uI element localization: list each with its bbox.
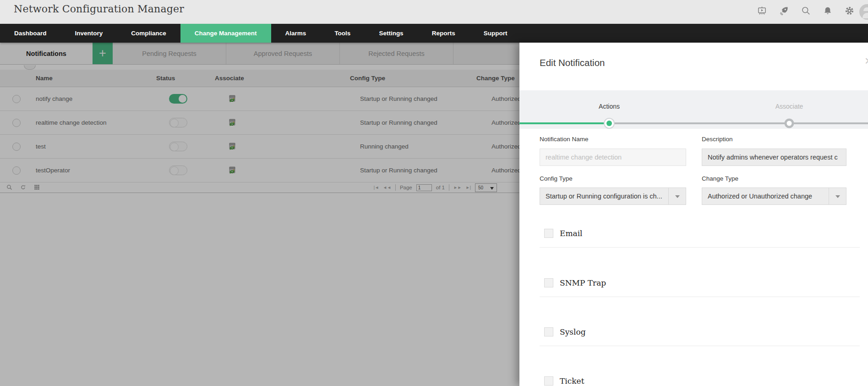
step-associate-label[interactable]: Associate — [775, 103, 803, 110]
row-name[interactable]: testOperator — [36, 159, 70, 182]
presentation-icon[interactable] — [757, 6, 767, 16]
column-header-associate[interactable]: Associate — [215, 70, 244, 87]
device-sync-icon[interactable] — [228, 143, 236, 151]
gear-icon[interactable] — [845, 6, 854, 16]
collapse-handle[interactable] — [24, 65, 36, 70]
app-header: Network Configuration Manager — [0, 0, 868, 24]
section-email: Email — [519, 229, 868, 240]
status-toggle[interactable] — [169, 94, 187, 104]
status-toggle[interactable] — [169, 118, 187, 127]
syslog-label: Syslog — [560, 327, 586, 336]
dropdown-arrow-icon — [829, 188, 846, 204]
table-row[interactable]: test Running changed Authorized — [0, 135, 519, 159]
nav-tab-inventory[interactable]: Inventory — [61, 24, 117, 43]
avatar[interactable] — [859, 4, 868, 20]
subtab-rejected-requests[interactable]: Rejected Requests — [340, 43, 453, 64]
page-number-input[interactable] — [416, 184, 432, 191]
step-associate-dot[interactable] — [785, 119, 794, 128]
table-header: Name Status Associate Config Type Change… — [0, 70, 519, 87]
close-icon[interactable]: × — [865, 55, 868, 67]
status-toggle[interactable] — [169, 165, 187, 175]
table-row[interactable]: testOperator Startup or Running changed … — [0, 159, 519, 182]
bell-icon[interactable] — [823, 6, 832, 16]
section-divider — [540, 297, 860, 297]
first-page-icon[interactable]: |◄ — [374, 185, 379, 190]
grid-icon[interactable] — [34, 184, 40, 192]
change-type-label: Change Type — [702, 175, 738, 182]
row-radio[interactable] — [12, 95, 21, 103]
header-icons — [757, 6, 854, 16]
nav-tab-tools[interactable]: Tools — [320, 24, 365, 43]
step-actions-label[interactable]: Actions — [599, 103, 620, 110]
column-header-change-type[interactable]: Change Type — [476, 70, 515, 87]
column-header-config-type[interactable]: Config Type — [350, 70, 385, 87]
subtab-approved-requests[interactable]: Approved Requests — [226, 43, 340, 64]
section-snmp-trap: SNMP Trap — [519, 278, 868, 289]
config-type-cell: Startup or Running changed — [360, 87, 437, 111]
change-type-cell: Authorized — [491, 135, 519, 159]
page-label: Page — [400, 185, 412, 190]
table-row[interactable]: notify change Startup or Running changed… — [0, 87, 519, 111]
email-checkbox[interactable] — [544, 229, 553, 238]
table-tools — [6, 184, 40, 192]
status-toggle[interactable] — [169, 142, 187, 151]
change-type-dropdown[interactable]: Authorized or Unauthorized change — [702, 187, 846, 205]
notification-name-label: Notification Name — [540, 136, 589, 143]
table-body: notify change Startup or Running changed… — [0, 87, 519, 182]
dropdown-arrow-icon — [490, 187, 494, 190]
rocket-icon[interactable] — [779, 6, 789, 16]
change-type-cell: Authorized — [491, 111, 519, 135]
config-type-cell: Running changed — [360, 135, 409, 159]
description-input[interactable] — [702, 149, 846, 166]
row-name[interactable]: notify change — [36, 87, 72, 111]
last-page-icon[interactable]: ►| — [466, 185, 471, 190]
search-icon[interactable] — [801, 6, 811, 16]
ticket-checkbox[interactable] — [544, 376, 553, 386]
step-actions-dot[interactable] — [604, 118, 615, 129]
pagination-bar: |◄ ◄◄ Page of 1 ►► ►| 50 — [0, 182, 519, 193]
section-divider — [540, 247, 860, 248]
column-header-status[interactable]: Status — [156, 70, 175, 87]
refresh-icon[interactable] — [20, 184, 26, 192]
section-divider — [540, 346, 860, 346]
nav-tab-settings[interactable]: Settings — [365, 24, 417, 43]
search-icon[interactable] — [6, 184, 12, 192]
snmp-trap-label: SNMP Trap — [560, 278, 606, 287]
subtab-pending-requests[interactable]: Pending Requests — [113, 43, 226, 64]
config-type-cell: Startup or Running changed — [360, 159, 437, 182]
stepper-progress — [519, 122, 611, 124]
row-name[interactable]: realtime change detection — [36, 111, 107, 135]
nav-tab-reports[interactable]: Reports — [418, 24, 469, 43]
row-name[interactable]: test — [36, 135, 46, 159]
table-row[interactable]: realtime change detection Startup or Run… — [0, 111, 519, 135]
subtab-notifications[interactable]: Notifications — [0, 43, 93, 64]
syslog-checkbox[interactable] — [544, 327, 553, 336]
section-ticket: Ticket — [519, 376, 868, 386]
row-radio[interactable] — [12, 119, 21, 127]
config-type-label: Config Type — [540, 175, 573, 182]
nav-tab-change-management[interactable]: Change Management — [180, 24, 271, 43]
nav-tab-alarms[interactable]: Alarms — [271, 24, 321, 43]
nav-tab-dashboard[interactable]: Dashboard — [0, 24, 61, 43]
config-type-dropdown[interactable]: Startup or Running configuration is ch..… — [540, 187, 686, 205]
add-notification-button[interactable]: + — [93, 43, 113, 64]
dropdown-arrow-icon — [668, 188, 686, 204]
row-radio[interactable] — [12, 143, 21, 151]
snmp-trap-checkbox[interactable] — [544, 278, 553, 287]
subtab-bar: Notifications + Pending RequestsApproved… — [0, 43, 519, 65]
pager-divider — [449, 184, 449, 191]
row-radio[interactable] — [12, 166, 21, 175]
nav-tab-compliance[interactable]: Compliance — [117, 24, 180, 43]
column-header-name[interactable]: Name — [36, 70, 53, 87]
nav-tab-support[interactable]: Support — [469, 24, 522, 43]
change-type-cell: Authorized — [491, 87, 519, 111]
device-sync-icon[interactable] — [228, 166, 236, 175]
device-sync-icon[interactable] — [228, 119, 236, 127]
device-sync-icon[interactable] — [228, 95, 236, 103]
notification-name-input[interactable] — [540, 149, 686, 166]
content-divider — [0, 193, 519, 193]
next-page-icon[interactable]: ►► — [453, 185, 462, 190]
content-area: Notifications + Pending RequestsApproved… — [0, 43, 519, 386]
page-size-select[interactable]: 50 — [475, 183, 497, 192]
prev-page-icon[interactable]: ◄◄ — [383, 185, 391, 190]
